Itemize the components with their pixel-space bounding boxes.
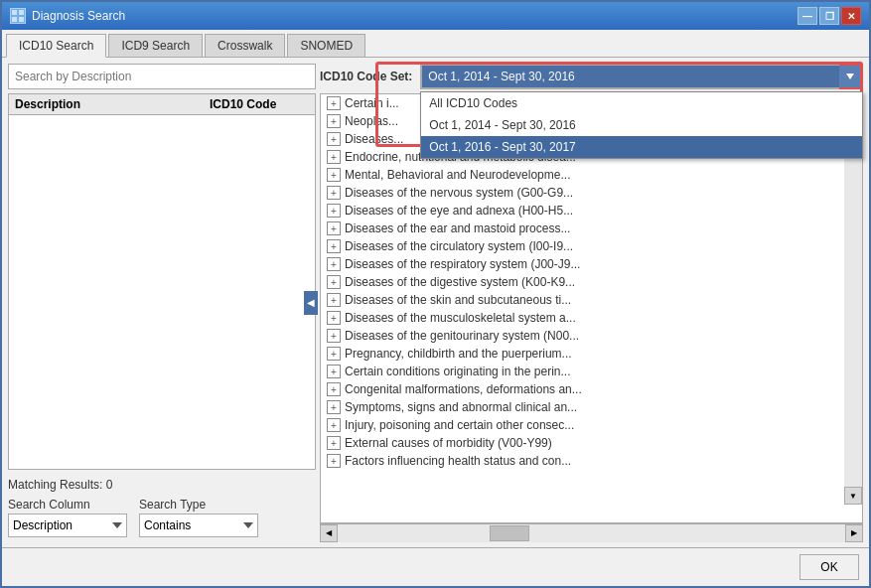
tree-item[interactable]: +Injury, poisoning and certain other con… (321, 416, 862, 434)
scroll-right-button[interactable]: ▶ (845, 524, 863, 542)
svg-rect-3 (19, 17, 24, 22)
tree-expander-icon[interactable]: + (327, 221, 341, 235)
tree-item[interactable]: +Diseases of the musculoskeletal system … (321, 309, 862, 327)
code-set-selector-area: ICD10 Code Set: Oct 1, 2014 - Sept 30, 2… (320, 64, 863, 89)
window-controls: — ❐ ✕ (798, 7, 861, 25)
tree-expander-icon[interactable]: + (327, 114, 341, 128)
tree-item[interactable]: +Diseases of the circulatory system (I00… (321, 237, 862, 255)
tree-expander-icon[interactable]: + (327, 150, 341, 164)
code-set-label: ICD10 Code Set: (320, 70, 412, 83)
tree-item-text: Congenital malformations, deformations a… (345, 382, 856, 396)
search-input[interactable] (8, 64, 316, 89)
search-type-select[interactable]: Contains Starts With Exact (139, 514, 258, 537)
tree-expander-icon[interactable]: + (327, 365, 341, 378)
close-button[interactable]: ✕ (841, 7, 861, 25)
tab-icd9-search[interactable]: ICD9 Search (108, 34, 203, 57)
h-scroll-track[interactable] (338, 524, 845, 542)
ok-button[interactable]: OK (799, 554, 859, 580)
title-bar-left: Diagnosis Search (10, 8, 125, 24)
dropdown-item-all[interactable]: All ICD10 Codes (421, 92, 862, 114)
horizontal-scrollbar[interactable]: ◀ ▶ (320, 523, 863, 541)
tree-expander-icon[interactable]: + (327, 293, 341, 307)
tree-expander-icon[interactable]: + (327, 418, 341, 432)
app-icon (10, 8, 26, 24)
tab-icd10-search[interactable]: ICD10 Search (6, 34, 106, 58)
tree-expander-icon[interactable]: + (327, 347, 341, 361)
scroll-track[interactable] (844, 112, 862, 487)
tree-item-text: Symptoms, signs and abnormal clinical an… (345, 400, 856, 414)
tree-item[interactable]: +Diseases of the eye and adnexa (H00-H5.… (321, 202, 862, 220)
tree-expander-icon[interactable]: + (327, 382, 341, 396)
tree-expander-icon[interactable]: + (327, 400, 341, 414)
description-column-header: Description (15, 97, 210, 111)
search-column-group: Search Column Description Code (8, 498, 127, 537)
tree-expander-icon[interactable]: + (327, 96, 341, 110)
tree-item[interactable]: +Factors influencing health status and c… (321, 452, 862, 470)
tree-expander-icon[interactable]: + (327, 311, 341, 325)
scroll-left-button[interactable]: ◀ (320, 524, 338, 542)
tree-expander-icon[interactable]: + (327, 436, 341, 450)
search-column-select[interactable]: Description Code (8, 514, 127, 537)
tree-item-text: Pregnancy, childbirth and the puerperium… (345, 347, 856, 361)
tree-item[interactable]: +Diseases of the respiratory system (J00… (321, 255, 862, 273)
h-scroll-thumb[interactable] (490, 525, 529, 541)
code-set-display[interactable]: Oct 1, 2014 - Sept 30, 2016 (420, 64, 863, 89)
bottom-bar: Matching Results: 0 Search Column Descri… (8, 474, 316, 541)
svg-rect-2 (12, 17, 17, 22)
tree-item-text: Certain conditions originating in the pe… (345, 365, 856, 378)
tree-expander-icon[interactable]: + (327, 168, 341, 182)
tree-expander-icon[interactable]: + (327, 132, 341, 146)
tree-expander-icon[interactable]: + (327, 454, 341, 468)
tree-expander-icon[interactable]: + (327, 329, 341, 343)
tree-expander-icon[interactable]: + (327, 257, 341, 271)
tree-item[interactable]: +Symptoms, signs and abnormal clinical a… (321, 398, 862, 416)
code-set-dropdown-menu: All ICD10 Codes Oct 1, 2014 - Sept 30, 2… (420, 91, 863, 159)
minimize-button[interactable]: — (798, 7, 817, 25)
tree-item-text: Diseases of the ear and mastoid process.… (345, 221, 856, 235)
tree-item[interactable]: +External causes of morbidity (V00-Y99) (321, 434, 862, 452)
tree-item-text: Diseases of the digestive system (K00-K9… (345, 275, 856, 289)
search-type-label: Search Type (139, 498, 258, 512)
ok-bar: OK (2, 547, 869, 586)
search-type-group: Search Type Contains Starts With Exact (139, 498, 258, 537)
tree-item-text: Injury, poisoning and certain other cons… (345, 418, 856, 432)
tab-snomed[interactable]: SNOMED (287, 34, 365, 57)
tree-item[interactable]: +Diseases of the nervous system (G00-G9.… (321, 184, 862, 202)
tree-item-text: Diseases of the nervous system (G00-G9..… (345, 186, 856, 200)
tree-item-text: External causes of morbidity (V00-Y99) (345, 436, 856, 450)
dropdown-item-2014-2016[interactable]: Oct 1, 2014 - Sept 30, 2016 (421, 114, 862, 136)
tree-item-text: Factors influencing health status and co… (345, 454, 856, 468)
tree-item[interactable]: +Pregnancy, childbirth and the puerperiu… (321, 345, 862, 363)
main-window: Diagnosis Search — ❐ ✕ ICD10 Search ICD9… (0, 0, 871, 588)
tree-expander-icon[interactable]: + (327, 239, 341, 253)
right-panel: ◀ ICD10 Code Set: Oct 1, 2014 - Sept 30,… (320, 64, 863, 541)
tree-item-text: Diseases of the musculoskeletal system a… (345, 311, 856, 325)
tree-item[interactable]: +Mental, Behavioral and Neurodevelopme..… (321, 166, 862, 184)
tree-item-text: Diseases of the genitourinary system (N0… (345, 329, 856, 343)
tab-crosswalk[interactable]: Crosswalk (205, 34, 285, 57)
tree-item-text: Diseases of the skin and subcutaneous ti… (345, 293, 856, 307)
search-options: Search Column Description Code Search Ty… (8, 498, 316, 537)
tree-expander-icon[interactable]: + (327, 204, 341, 218)
tree-expander-icon[interactable]: + (327, 275, 341, 289)
results-table: Description ICD10 Code (8, 93, 316, 470)
tree-item[interactable]: +Diseases of the skin and subcutaneous t… (321, 291, 862, 309)
results-header: Description ICD10 Code (9, 94, 315, 115)
tree-item[interactable]: +Certain conditions originating in the p… (321, 363, 862, 380)
tree-expander-icon[interactable]: + (327, 186, 341, 200)
dropdown-item-2016-2017[interactable]: Oct 1, 2016 - Sept 30, 2017 (421, 136, 862, 158)
tabs-bar: ICD10 Search ICD9 Search Crosswalk SNOME… (2, 30, 869, 58)
search-column-label: Search Column (8, 498, 127, 512)
collapse-panel-button[interactable]: ◀ (304, 291, 318, 315)
tree-item[interactable]: +Diseases of the ear and mastoid process… (321, 220, 862, 237)
matching-results-label: Matching Results: 0 (8, 478, 316, 492)
scroll-down-button[interactable]: ▼ (844, 487, 862, 505)
tree-item[interactable]: +Diseases of the genitourinary system (N… (321, 327, 862, 345)
tree-item[interactable]: +Diseases of the digestive system (K00-K… (321, 273, 862, 291)
left-panel: Description ICD10 Code Matching Results:… (8, 64, 316, 541)
tree-item[interactable]: +Congenital malformations, deformations … (321, 380, 862, 398)
restore-button[interactable]: ❐ (819, 7, 839, 25)
tree-item-text: Diseases of the circulatory system (I00-… (345, 239, 856, 253)
tree-item-text: Diseases of the eye and adnexa (H00-H5..… (345, 204, 856, 218)
svg-rect-0 (12, 10, 17, 15)
